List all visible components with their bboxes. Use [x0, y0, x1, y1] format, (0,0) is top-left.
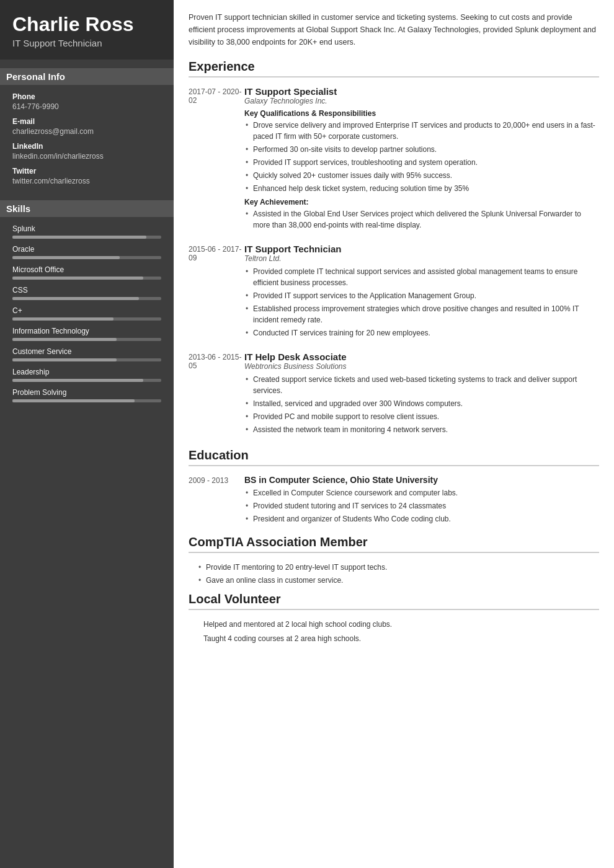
comptia-block: Provide IT mentoring to 20 entry-level I… [189, 562, 599, 586]
phone-value: 614-776-9990 [12, 102, 161, 111]
bullet-item: Quickly solved 20+ customer issues daily… [244, 170, 599, 181]
personal-info-section: Personal Info Phone 614-776-9990 E-mail … [0, 60, 174, 192]
exp-job-title: IT Support Specialist [244, 86, 599, 97]
skill-bar-bg [12, 277, 161, 280]
comptia-bullets: Provide IT mentoring to 20 entry-level I… [189, 562, 599, 586]
education-list: 2009 - 2013 BS in Computer Science, Ohio… [189, 475, 599, 526]
linkedin-label: LinkedIn [12, 142, 161, 151]
edu-dates: 2009 - 2013 [189, 475, 244, 526]
skill-item: CSS [12, 286, 161, 300]
skill-name: Microsoft Office [12, 265, 161, 274]
responsibilities-list: Created support service tickets and used… [244, 374, 599, 435]
responsibilities-list: Provided complete IT technical support s… [244, 266, 599, 339]
email-value: charliezross@gmail.com [12, 127, 161, 136]
volunteer-item: Taught 4 coding courses at 2 area high s… [189, 633, 599, 644]
bullet-item: Provided student tutoring and IT service… [244, 500, 599, 512]
exp-dates: 2017-07 - 2020-02 [189, 86, 244, 232]
skill-bar-fill [12, 277, 143, 280]
bullet-item: Excelled in Computer Science coursework … [244, 487, 599, 498]
volunteer-heading: Local Volunteer [189, 592, 599, 610]
exp-content: IT Help Desk Associate Webtronics Busine… [244, 352, 599, 437]
education-heading: Education [189, 448, 599, 466]
skill-bar-bg [12, 358, 161, 361]
skill-bar-bg [12, 297, 161, 300]
skill-item: Oracle [12, 245, 161, 259]
bullet-item: Established process improvement strategi… [244, 303, 599, 326]
bullet-item: Gave an online class in customer service… [197, 575, 599, 586]
bullet-item: Enhanced help desk ticket system, reduci… [244, 183, 599, 194]
twitter-label: Twitter [12, 167, 161, 175]
volunteer-list: Helped and mentored at 2 local high scho… [189, 619, 599, 644]
skill-item: Microsoft Office [12, 265, 161, 280]
skill-bar-bg [12, 256, 161, 259]
sidebar-header: Charlie Ross IT Support Technician [0, 0, 174, 60]
skill-name: CSS [12, 286, 161, 294]
skill-bar-fill [12, 236, 146, 239]
bullet-item: Provide IT mentoring to 20 entry-level I… [197, 562, 599, 573]
phone-label: Phone [12, 92, 161, 101]
exp-subsection: Key Achievement: [244, 198, 599, 206]
candidate-name: Charlie Ross [12, 14, 161, 35]
skills-heading: Skills [0, 200, 174, 217]
skill-bar-fill [12, 379, 143, 382]
experience-item: 2017-07 - 2020-02 IT Support Specialist … [189, 86, 599, 232]
bullet-item: Provided complete IT technical support s… [244, 266, 599, 288]
skill-item: Splunk [12, 224, 161, 239]
skill-name: Problem Solving [12, 388, 161, 397]
skill-bar-fill [12, 297, 139, 300]
bullet-item: Assisted in the Global End User Services… [244, 208, 599, 231]
skill-item: Information Technology [12, 327, 161, 341]
skill-bar-bg [12, 236, 161, 239]
comptia-list: Provide IT mentoring to 20 entry-level I… [189, 562, 599, 586]
skill-item: Problem Solving [12, 388, 161, 402]
skill-name: Information Technology [12, 327, 161, 335]
bullet-item: Conducted IT services training for 20 ne… [244, 327, 599, 339]
bullet-item: Provided IT support services, troublesho… [244, 157, 599, 168]
exp-company: Teltron Ltd. [244, 254, 599, 263]
candidate-title: IT Support Technician [12, 38, 161, 48]
skill-item: Leadership [12, 368, 161, 382]
skill-name: Oracle [12, 245, 161, 254]
bullet-item: Provided PC and mobile support to resolv… [244, 411, 599, 422]
skill-name: Leadership [12, 368, 161, 376]
skill-name: C+ [12, 306, 161, 315]
exp-dates: 2015-06 - 2017-09 [189, 244, 244, 340]
bullet-item: Created support service tickets and used… [244, 374, 599, 396]
exp-content: IT Support Technician Teltron Ltd. Provi… [244, 244, 599, 340]
skill-bar-fill [12, 256, 120, 259]
achievement-list: Assisted in the Global End User Services… [244, 208, 599, 231]
exp-dates: 2013-06 - 2015-05 [189, 352, 244, 437]
skill-item: Customer Service [12, 347, 161, 361]
responsibilities-list: Drove service delivery and improved Ente… [244, 120, 599, 194]
bullet-item: President and organizer of Students Who … [244, 513, 599, 525]
exp-company: Galaxy Technologies Inc. [244, 97, 599, 105]
comptia-heading: CompTIA Association Member [189, 535, 599, 553]
exp-subsection: Key Qualifications & Responsibilities [244, 109, 599, 118]
skill-bar-fill [12, 399, 135, 402]
bullet-item: Assisted the network team in monitoring … [244, 424, 599, 435]
volunteer-item: Helped and mentored at 2 local high scho… [189, 619, 599, 630]
skill-name: Splunk [12, 224, 161, 233]
skills-list: Splunk Oracle Microsoft Office CSS C+ In… [12, 224, 161, 402]
bullet-item: Performed 30 on-site visits to develop p… [244, 144, 599, 155]
main-content: Proven IT support technician skilled in … [174, 0, 614, 868]
bullet-item: Installed, serviced and upgraded over 30… [244, 398, 599, 409]
edu-degree: BS in Computer Science, Ohio State Unive… [244, 475, 599, 485]
skill-bar-fill [12, 358, 117, 361]
bullet-item: Provided IT support services to the Appl… [244, 290, 599, 301]
summary-text: Proven IT support technician skilled in … [189, 11, 599, 48]
edu-content: BS in Computer Science, Ohio State Unive… [244, 475, 599, 526]
skill-bar-bg [12, 338, 161, 341]
experience-item: 2015-06 - 2017-09 IT Support Technician … [189, 244, 599, 340]
skills-section: Skills Splunk Oracle Microsoft Office CS… [0, 192, 174, 409]
linkedin-value: linkedin.com/in/charliezross [12, 152, 161, 161]
twitter-value: twitter.com/charliezross [12, 177, 161, 185]
experience-heading: Experience [189, 60, 599, 78]
edu-bullets: Excelled in Computer Science coursework … [244, 487, 599, 525]
skill-bar-bg [12, 317, 161, 321]
personal-info-heading: Personal Info [0, 68, 174, 85]
exp-content: IT Support Specialist Galaxy Technologie… [244, 86, 599, 232]
exp-job-title: IT Support Technician [244, 244, 599, 254]
bullet-item: Drove service delivery and improved Ente… [244, 120, 599, 142]
exp-job-title: IT Help Desk Associate [244, 352, 599, 362]
